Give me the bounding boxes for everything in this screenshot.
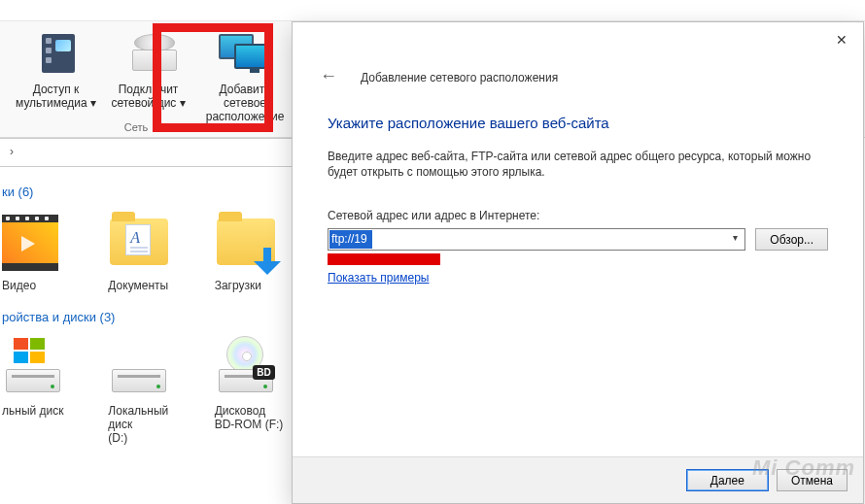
chevron-down-icon[interactable]: ▾ [727, 232, 743, 248]
dialog-header: ← Добавление сетевого расположения [293, 56, 863, 107]
explorer-content: ки (6) Видео A Документы [0, 167, 292, 504]
bd-badge: BD [253, 365, 274, 380]
add-network-location-dialog: ✕ ← Добавление сетевого расположения Ука… [292, 21, 864, 504]
window-titlebar [0, 0, 865, 21]
annotation-highlight-box [153, 23, 273, 132]
dialog-title: Добавление сетевого расположения [361, 71, 558, 84]
ribbon-btn-label: Доступ к [33, 83, 80, 96]
local-disk-icon [108, 336, 170, 398]
back-button[interactable]: ← [320, 66, 343, 89]
downloads-folder-icon [215, 211, 277, 273]
documents-folder-icon: A [108, 211, 170, 273]
local-disk-icon [2, 336, 64, 398]
list-item-local-disk-d[interactable]: Локальный диск (D:) [108, 336, 185, 445]
section-header-drives[interactable]: ройства и диски (3) [2, 310, 292, 324]
item-label: BD-ROM (F:) [215, 418, 284, 431]
dialog-description: Введите адрес веб-сайта, FTP-сайта или с… [328, 149, 828, 180]
list-item-videos[interactable]: Видео [2, 211, 79, 292]
item-label: Дисковод [215, 404, 266, 418]
dialog-titlebar[interactable]: ✕ [293, 22, 863, 56]
dialog-footer: Далее Отмена [293, 456, 863, 503]
bd-rom-icon: BD [215, 336, 277, 398]
drives-row: льный диск Локальный диск (D:) BD Ди [0, 336, 292, 445]
list-item-downloads[interactable]: Загрузки [215, 211, 292, 292]
list-item-bd-rom[interactable]: BD Дисковод BD-ROM (F:) [215, 336, 292, 445]
media-icon [22, 28, 90, 79]
network-address-value: ftp://19 [331, 232, 367, 246]
list-item-local-disk-c[interactable]: льный диск [2, 336, 79, 445]
ribbon-btn-label: мультимедиа [16, 96, 87, 110]
item-label: Загрузки [215, 279, 292, 292]
item-label: Видео [2, 279, 79, 292]
item-label: льный диск [2, 404, 79, 418]
list-item-documents[interactable]: A Документы [108, 211, 185, 292]
ribbon-btn-media-streaming[interactable]: Доступ к мультимедиа ▾ [10, 26, 102, 110]
browse-button[interactable]: Обзор... [755, 228, 828, 251]
show-examples-link[interactable]: Показать примеры [328, 271, 429, 285]
folder-row: Видео A Документы Загрузки [0, 211, 292, 292]
breadcrumb-bar[interactable]: › [0, 138, 292, 167]
close-button[interactable]: ✕ [824, 28, 859, 51]
chevron-right-icon: › [10, 145, 14, 158]
item-label: Документы [108, 279, 185, 292]
network-address-combobox[interactable]: ftp://19 ▾ [328, 228, 745, 251]
annotation-redaction-bar [328, 253, 440, 265]
dialog-heading: Укажите расположение вашего веб-сайта [328, 115, 828, 131]
item-label: (D:) [108, 431, 127, 445]
cancel-button[interactable]: Отмена [777, 469, 848, 491]
item-label: Локальный диск [108, 404, 168, 431]
address-field-label: Сетевой адрес или адрес в Интернете: [328, 209, 828, 222]
next-button[interactable]: Далее [686, 469, 769, 491]
section-header-folders[interactable]: ки (6) [2, 185, 292, 199]
video-folder-icon [2, 211, 64, 273]
dialog-body: Укажите расположение вашего веб-сайта Вв… [293, 107, 863, 285]
